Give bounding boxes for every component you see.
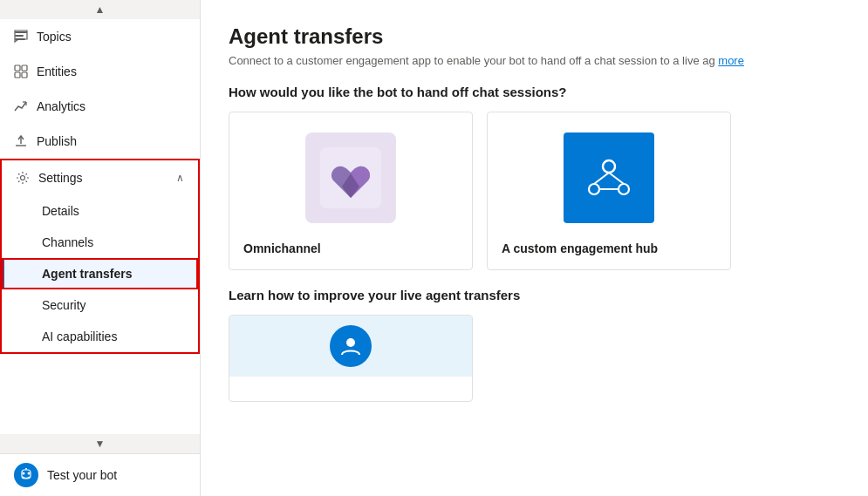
svg-rect-3 (15, 65, 20, 71)
main-content: Agent transfers Connect to a customer en… (201, 0, 868, 496)
learn-card-1[interactable] (229, 315, 473, 402)
svg-point-9 (21, 176, 25, 180)
entities-icon (14, 65, 28, 78)
omnichannel-icon-area (303, 130, 399, 226)
omnichannel-icon (305, 132, 396, 223)
page-description: Connect to a customer engagement app to … (229, 54, 839, 67)
section2-title: Learn how to improve your live agent tra… (229, 288, 840, 302)
sidebar-item-entities-label: Entities (37, 65, 77, 78)
more-link[interactable]: more (718, 54, 744, 67)
learn-card-top (229, 316, 472, 377)
sidebar-item-channels-label: Channels (42, 235, 93, 249)
settings-icon (16, 171, 30, 185)
custom-hub-icon-area (561, 130, 657, 226)
svg-point-14 (25, 468, 27, 469)
test-bot-button[interactable]: Test your bot (0, 453, 200, 496)
svg-rect-16 (578, 147, 639, 208)
publish-icon (14, 134, 28, 148)
omnichannel-label: Omnichannel (243, 236, 321, 255)
scroll-down-arrow[interactable]: ▼ (0, 434, 200, 453)
svg-rect-4 (22, 65, 27, 71)
test-bot-label: Test your bot (47, 468, 117, 482)
sidebar-item-topics[interactable]: Topics (0, 19, 200, 54)
settings-group: Settings ∧ Details Channels Agent transf… (0, 159, 200, 354)
settings-header-left: Settings (16, 171, 83, 185)
sidebar-item-settings[interactable]: Settings ∧ (2, 160, 198, 195)
learn-cards-row (229, 315, 840, 402)
scroll-up-arrow[interactable]: ▲ (0, 0, 200, 19)
sidebar-item-publish[interactable]: Publish (0, 124, 200, 159)
sidebar-item-topics-label: Topics (37, 30, 72, 44)
sidebar-item-ai-capabilities[interactable]: AI capabilities (2, 321, 198, 352)
learn-avatar (330, 325, 372, 367)
settings-label: Settings (38, 171, 83, 185)
sidebar-item-analytics-label: Analytics (37, 99, 85, 113)
svg-point-11 (28, 472, 31, 475)
settings-chevron-icon: ∧ (176, 172, 184, 184)
sidebar-scroll: Topics Entities Analytics (0, 19, 200, 434)
page-title: Agent transfers (229, 24, 840, 49)
page-description-text: Connect to a customer engagement app to … (229, 54, 715, 67)
sidebar-item-details-label: Details (42, 204, 79, 218)
bot-avatar (14, 463, 38, 487)
sidebar-item-publish-label: Publish (37, 134, 77, 148)
sidebar-item-analytics[interactable]: Analytics (0, 89, 200, 124)
settings-submenu: Details Channels Agent transfers Securit… (2, 195, 198, 352)
sidebar-item-security[interactable]: Security (2, 289, 198, 321)
transfer-cards-row: Omnichannel A custom (229, 112, 840, 270)
sidebar: ▲ Topics (0, 0, 201, 496)
omnichannel-card[interactable]: Omnichannel (229, 112, 473, 270)
sidebar-item-agent-transfers-label: Agent transfers (42, 267, 132, 281)
sidebar-item-details[interactable]: Details (2, 195, 198, 227)
section1-title: How would you like the bot to hand off c… (229, 85, 840, 99)
analytics-icon (14, 99, 28, 113)
custom-hub-icon (564, 132, 654, 223)
svg-rect-5 (15, 72, 20, 78)
sidebar-item-channels[interactable]: Channels (2, 227, 198, 258)
sidebar-item-entities[interactable]: Entities (0, 54, 200, 89)
sidebar-item-agent-transfers[interactable]: Agent transfers (2, 258, 198, 289)
topics-icon (14, 30, 28, 44)
sidebar-item-ai-capabilities-label: AI capabilities (42, 330, 117, 343)
custom-hub-label: A custom engagement hub (502, 236, 658, 255)
svg-point-10 (23, 472, 25, 475)
svg-rect-6 (22, 72, 27, 78)
svg-point-23 (346, 338, 355, 347)
sidebar-item-security-label: Security (42, 298, 86, 312)
custom-hub-card[interactable]: A custom engagement hub (487, 112, 731, 270)
